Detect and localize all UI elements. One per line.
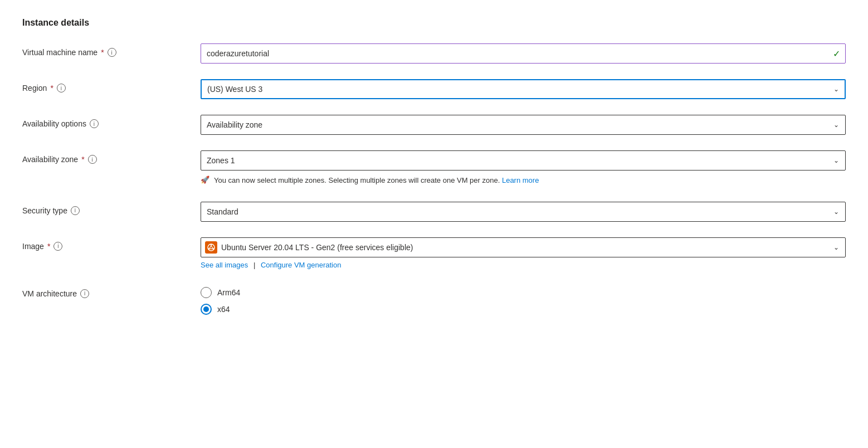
vm-architecture-row: VM architecture i Arm64 x64 [22, 285, 846, 315]
vm-name-info-icon[interactable]: i [108, 48, 116, 57]
vm-architecture-control: Arm64 x64 [201, 285, 846, 315]
vm-architecture-info-icon[interactable]: i [80, 289, 89, 298]
region-select-wrapper: (US) West US 3 ⌄ [201, 79, 846, 99]
availability-options-select[interactable]: Availability zone Availability set No in… [201, 115, 846, 135]
radio-x64-label: x64 [217, 305, 230, 314]
vm-architecture-label-col: VM architecture i [22, 285, 201, 298]
availability-zone-info-message: 🚀 You can now select multiple zones. Sel… [201, 175, 846, 186]
availability-options-row: Availability options i Availability zone… [22, 115, 846, 135]
vm-name-row: Virtual machine name * i ✓ [22, 43, 846, 64]
vm-name-label-col: Virtual machine name * i [22, 43, 201, 57]
availability-zone-required: * [81, 155, 84, 164]
availability-zone-info-icon[interactable]: i [88, 155, 97, 164]
availability-zone-row: Availability zone * i Zones 1 Zones 2 Zo… [22, 150, 846, 186]
section-title: Instance details [22, 18, 846, 28]
region-label-col: Region * i [22, 79, 201, 92]
availability-zone-label-col: Availability zone * i [22, 150, 201, 164]
availability-zone-control: Zones 1 Zones 2 Zones 3 ⌄ 🚀 You can now … [201, 150, 846, 186]
availability-options-control: Availability zone Availability set No in… [201, 115, 846, 135]
vm-architecture-radio-group: Arm64 x64 [201, 285, 846, 315]
security-type-select[interactable]: Standard Trusted launch virtual machines… [201, 202, 846, 222]
radio-arm64-label: Arm64 [217, 288, 240, 297]
vm-name-check-icon: ✓ [833, 48, 840, 59]
region-control: (US) West US 3 ⌄ [201, 79, 846, 99]
availability-zone-label: Availability zone [22, 155, 78, 164]
image-control: Ubuntu Server 20.04 LTS - Gen2 (free ser… [201, 237, 846, 269]
image-select-wrapper: Ubuntu Server 20.04 LTS - Gen2 (free ser… [201, 237, 846, 257]
availability-options-select-wrapper: Availability zone Availability set No in… [201, 115, 846, 135]
security-type-label-col: Security type i [22, 202, 201, 215]
region-required: * [50, 84, 53, 92]
region-select[interactable]: (US) West US 3 [201, 79, 846, 99]
radio-arm64-button[interactable] [201, 287, 212, 298]
image-links-separator: | [253, 261, 255, 269]
radio-x64[interactable]: x64 [201, 304, 846, 315]
vm-name-label: Virtual machine name [22, 48, 97, 57]
image-label-col: Image * i [22, 237, 201, 251]
image-required: * [47, 242, 50, 251]
vm-name-input[interactable] [201, 43, 846, 64]
rocket-icon: 🚀 [201, 176, 209, 184]
radio-arm64[interactable]: Arm64 [201, 287, 846, 298]
vm-name-control: ✓ [201, 43, 846, 64]
region-label: Region [22, 84, 47, 92]
availability-zone-select-wrapper: Zones 1 Zones 2 Zones 3 ⌄ [201, 150, 846, 171]
vm-name-input-wrapper: ✓ [201, 43, 846, 64]
configure-vm-generation-link[interactable]: Configure VM generation [261, 261, 342, 269]
availability-options-info-icon[interactable]: i [90, 119, 99, 128]
availability-zone-info-text: You can now select multiple zones. Selec… [214, 175, 539, 186]
availability-options-label-col: Availability options i [22, 115, 201, 128]
security-type-label: Security type [22, 206, 67, 215]
image-label: Image [22, 242, 44, 251]
image-links: See all images | Configure VM generation [201, 261, 846, 269]
availability-options-label: Availability options [22, 119, 86, 128]
security-type-select-wrapper: Standard Trusted launch virtual machines… [201, 202, 846, 222]
image-select[interactable]: Ubuntu Server 20.04 LTS - Gen2 (free ser… [201, 237, 846, 257]
see-all-images-link[interactable]: See all images [201, 261, 248, 269]
image-info-icon[interactable]: i [53, 242, 62, 251]
vm-architecture-label: VM architecture [22, 289, 77, 298]
radio-x64-button[interactable] [201, 304, 212, 315]
vm-name-required: * [101, 48, 104, 57]
availability-zone-select[interactable]: Zones 1 Zones 2 Zones 3 [201, 150, 846, 171]
region-row: Region * i (US) West US 3 ⌄ [22, 79, 846, 99]
availability-zone-learn-more-link[interactable]: Learn more [502, 176, 539, 184]
security-type-info-icon[interactable]: i [71, 206, 80, 215]
region-info-icon[interactable]: i [57, 84, 66, 92]
security-type-control: Standard Trusted launch virtual machines… [201, 202, 846, 222]
image-row: Image * i Ubuntu Server 20.04 LTS - Gen2… [22, 237, 846, 269]
radio-x64-inner [203, 306, 209, 312]
security-type-row: Security type i Standard Trusted launch … [22, 202, 846, 222]
